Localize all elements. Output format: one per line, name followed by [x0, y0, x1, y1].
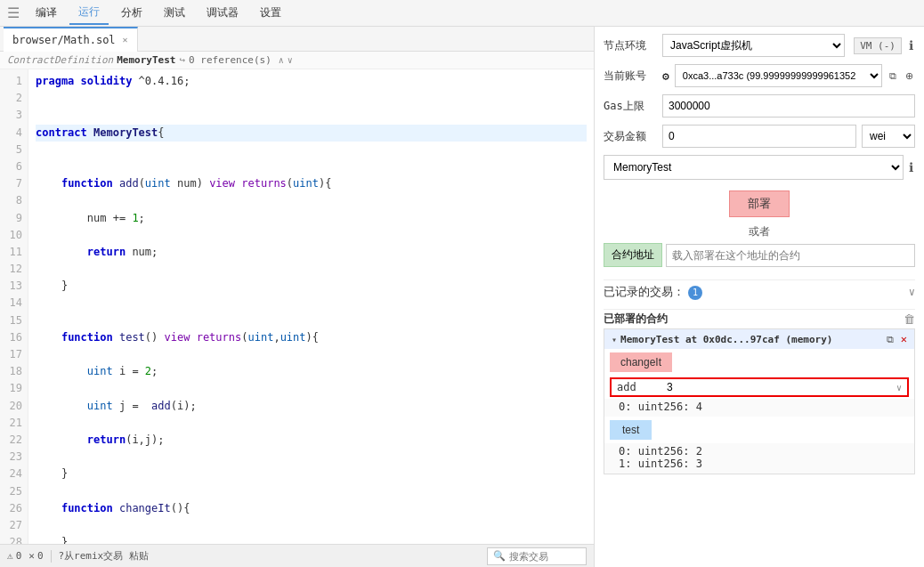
env-info-icon[interactable]: ℹ [907, 36, 915, 54]
at-address-row: 合约地址 [604, 243, 915, 267]
copy-account-icon[interactable]: ⧉ [888, 69, 898, 84]
contract-info-icon[interactable]: ℹ [907, 158, 915, 176]
add-chevron-icon[interactable]: ∨ [896, 383, 902, 393]
account-label: 当前账号 [604, 69, 657, 84]
error-count: 0 [37, 550, 44, 562]
gas-input[interactable] [662, 94, 915, 117]
env-select[interactable]: JavaScript虚拟机 [662, 34, 845, 57]
remix-label: ?从remix交易 粘贴 [59, 549, 149, 563]
top-nav-debugger[interactable]: 调试器 [198, 2, 247, 24]
editor-content: 1234567891011121314151617181920212223242… [0, 69, 594, 544]
editor-tab[interactable]: browser/Math.sol ✕ [4, 27, 138, 52]
nav-down-arrow[interactable]: ∨ [288, 55, 293, 65]
contract-select-row: MemoryTest ℹ [604, 155, 915, 180]
close-icon[interactable]: ✕ [123, 35, 128, 45]
right-panel: 节点环境 JavaScript虚拟机 VM (-) ℹ 当前账号 ⚙ 0xca3… [595, 27, 924, 567]
editor-tab-bar: browser/Math.sol ✕ [0, 27, 594, 52]
deploy-button[interactable]: 部署 [729, 190, 790, 217]
editor-panel: browser/Math.sol ✕ ContractDefinition Me… [0, 27, 595, 567]
account-extra-icon[interactable]: ⊕ [904, 69, 915, 84]
instance-header: ▾ MemoryTest at 0x0dc...97caf (memory) ⧉… [604, 329, 914, 349]
changeit-button[interactable]: changeIt [610, 352, 672, 372]
test-result-1: 1: uint256: 3 [619, 458, 907, 470]
top-nav-test[interactable]: 测试 [155, 2, 194, 24]
changeit-row: changeIt [604, 349, 914, 376]
top-nav-analysis[interactable]: 分析 [112, 2, 151, 24]
menu-icon: ☰ [7, 4, 20, 21]
top-nav: ☰ 编译 运行 分析 测试 调试器 设置 [0, 0, 924, 27]
instance-title: MemoryTest at 0x0dc...97caf (memory) [620, 334, 883, 345]
value-row: 交易金额 wei [604, 125, 915, 148]
account-select[interactable]: 0xca3...a733c (99.99999999999961352 [675, 64, 882, 87]
env-label: 节点环境 [604, 38, 657, 53]
at-address-button[interactable]: 合约地址 [604, 243, 662, 267]
gas-label: Gas上限 [604, 99, 657, 114]
test-results: 0: uint256: 2 1: uint256: 3 [604, 443, 914, 474]
add-call-row: add ∨ [610, 377, 909, 397]
value-unit-select[interactable]: wei [862, 125, 915, 148]
search-icon: 🔍 [493, 550, 506, 562]
tx-chevron-icon[interactable]: ∨ [909, 286, 915, 298]
warning-count: 0 [16, 550, 22, 562]
warning-item[interactable]: ⚠ 0 [7, 550, 21, 562]
code-area[interactable]: pragma solidity ^0.4.16; contract Memory… [28, 69, 594, 544]
tx-badge: 1 [688, 286, 702, 300]
gas-row: Gas上限 [604, 94, 915, 117]
test-result-0: 0: uint256: 2 [619, 445, 907, 458]
contract-select[interactable]: MemoryTest [604, 155, 904, 180]
settings-icon[interactable]: ⚙ [662, 69, 669, 83]
nav-up-arrow[interactable]: ∧ [279, 55, 284, 65]
value-input[interactable] [662, 125, 856, 148]
breadcrumb-arrow: ↪ [179, 54, 185, 66]
remix-btn[interactable]: ?从remix交易 粘贴 [59, 549, 149, 563]
line-numbers: 1234567891011121314151617181920212223242… [0, 69, 28, 544]
error-icon: ✕ [28, 550, 35, 562]
top-nav-run[interactable]: 运行 [69, 1, 109, 25]
top-nav-settings[interactable]: 设置 [251, 2, 290, 24]
add-input[interactable] [667, 381, 891, 393]
breadcrumb-type: ContractDefinition [7, 54, 113, 66]
search-box[interactable]: 🔍 [487, 547, 587, 565]
value-label: 交易金额 [604, 129, 657, 144]
tab-label: browser/Math.sol [12, 34, 116, 46]
at-address-input[interactable] [666, 244, 915, 267]
deployed-title: 已部署的合约 [604, 312, 900, 327]
close-instance-icon[interactable]: ✕ [901, 333, 907, 345]
test-btn-row: test [604, 417, 914, 443]
breadcrumb-bar: ContractDefinition MemoryTest ↪ 0 refere… [0, 52, 594, 69]
instance-chevron-icon[interactable]: ▾ [612, 335, 617, 344]
deployed-section: 已部署的合约 🗑 ▾ MemoryTest at 0x0dc...97caf (… [604, 309, 915, 474]
add-result: 0: uint256: 4 [604, 399, 914, 417]
copy-instance-icon[interactable]: ⧉ [887, 334, 894, 345]
error-item[interactable]: ✕ 0 [28, 550, 43, 562]
ref-count: 0 reference(s) [189, 54, 272, 66]
tx-section-header[interactable]: 已记录的交易：1 ∨ [604, 279, 915, 304]
bottom-bar: ⚠ 0 ✕ 0 ?从remix交易 粘贴 🔍 [0, 544, 594, 567]
breadcrumb-contract: MemoryTest [117, 54, 175, 66]
delete-icon[interactable]: 🗑 [904, 312, 915, 326]
test-button[interactable]: test [610, 420, 652, 440]
deployed-header: 已部署的合约 🗑 [604, 309, 915, 328]
env-row: 节点环境 JavaScript虚拟机 VM (-) ℹ [604, 34, 915, 57]
account-row: 当前账号 ⚙ 0xca3...a733c (99.999999999999613… [604, 64, 915, 87]
warning-icon: ⚠ [7, 550, 13, 562]
tx-section-title: 已记录的交易：1 [604, 284, 909, 300]
divider [51, 550, 52, 563]
contract-instance: ▾ MemoryTest at 0x0dc...97caf (memory) ⧉… [604, 328, 915, 474]
search-input[interactable] [509, 551, 580, 562]
top-nav-compile[interactable]: 编译 [27, 2, 66, 24]
add-label: add [617, 381, 661, 393]
vm-badge: VM (-) [854, 37, 902, 54]
or-text: 或者 [749, 224, 770, 239]
right-content: 节点环境 JavaScript虚拟机 VM (-) ℹ 当前账号 ⚙ 0xca3… [595, 27, 924, 567]
